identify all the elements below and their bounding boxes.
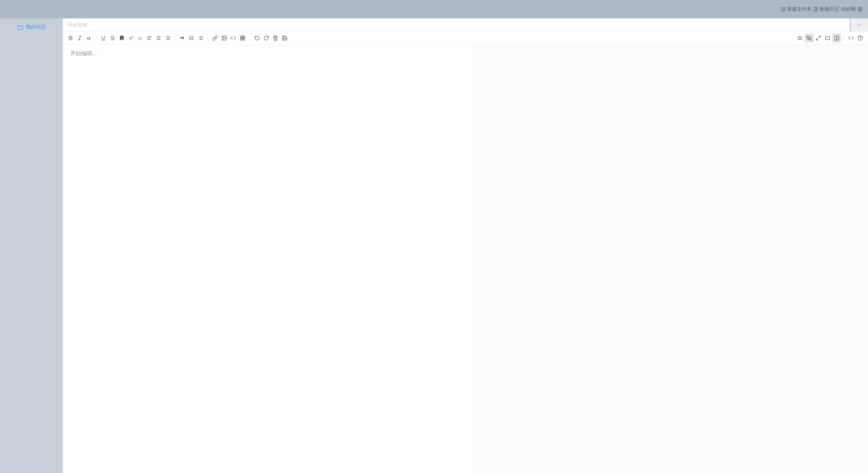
new-folder-button[interactable]: 新建文件夹	[781, 6, 812, 12]
link-icon	[212, 35, 218, 41]
preview-pane	[473, 45, 868, 473]
save-button[interactable]	[280, 33, 289, 43]
content: H x² x₂	[63, 19, 868, 473]
main: 我的日记 H	[0, 19, 868, 473]
quote-icon	[179, 35, 185, 41]
menu-icon	[797, 35, 803, 41]
topbar: 新建文件夹 新建日记 你好啊	[0, 0, 868, 19]
title-row	[63, 19, 868, 31]
link-button[interactable]	[210, 33, 220, 43]
align-center-icon	[156, 35, 161, 41]
superscript-button[interactable]: x²	[126, 33, 135, 43]
trash-button[interactable]	[271, 33, 280, 43]
folder-icon	[18, 25, 23, 30]
fullscreen-button[interactable]	[814, 33, 823, 43]
gear-icon	[858, 7, 863, 12]
image-icon	[221, 35, 227, 41]
greeting-label: 你好啊	[841, 6, 856, 12]
italic-button[interactable]	[75, 33, 84, 43]
toolbar-left: H x² x₂	[66, 33, 289, 43]
redo-icon	[264, 35, 269, 41]
help-button[interactable]	[856, 33, 865, 43]
toolbar-separator	[96, 35, 96, 41]
svg-line-7	[79, 36, 81, 40]
bookmark-button[interactable]	[117, 33, 126, 43]
image-button[interactable]	[220, 33, 229, 43]
toolbar-right	[795, 33, 865, 43]
split-mode-button[interactable]	[832, 33, 841, 43]
menu-button[interactable]	[795, 33, 805, 43]
undo-icon	[254, 35, 260, 41]
file-plus-icon	[813, 7, 818, 12]
svg-text:H: H	[87, 36, 91, 40]
unordered-list-button[interactable]	[196, 33, 205, 43]
align-right-icon	[165, 35, 170, 41]
bold-button[interactable]	[66, 33, 75, 43]
heading-icon: H	[86, 35, 92, 41]
toolbar-separator	[175, 35, 175, 41]
svg-rect-31	[241, 36, 245, 40]
check-icon	[857, 22, 862, 28]
align-left-button[interactable]	[145, 33, 154, 43]
diary-title-input[interactable]	[63, 19, 849, 31]
editor-toolbar: H x² x₂	[63, 31, 868, 45]
toolbar-separator	[844, 35, 844, 41]
svg-rect-44	[825, 36, 830, 40]
strikethrough-icon	[110, 35, 115, 41]
svg-line-43	[816, 39, 818, 40]
subscript-button[interactable]: x₂	[135, 33, 145, 43]
ordered-list-icon	[189, 35, 194, 41]
settings-button[interactable]	[858, 7, 863, 12]
strikethrough-button[interactable]	[108, 33, 117, 43]
subscript-icon: x₂	[138, 36, 142, 40]
toolbar-separator	[208, 35, 208, 41]
fullscreen-icon	[815, 35, 821, 41]
code-button[interactable]	[229, 33, 238, 43]
svg-line-42	[819, 36, 820, 37]
new-diary-button[interactable]: 新建日记	[813, 6, 839, 12]
unordered-list-icon	[198, 35, 203, 41]
svg-point-30	[223, 37, 224, 37]
undo-button[interactable]	[252, 33, 261, 43]
confirm-button[interactable]	[851, 19, 868, 31]
superscript-icon: x²	[129, 36, 133, 40]
sidebar-item-label: 我的日记	[26, 24, 45, 30]
code-icon	[848, 35, 854, 41]
ordered-list-button[interactable]	[187, 33, 196, 43]
sidebar-item-my-diary[interactable]: 我的日记	[0, 24, 63, 30]
bold-icon	[68, 35, 73, 41]
align-right-button[interactable]	[163, 33, 173, 43]
eye-off-icon	[806, 35, 812, 41]
folder-plus-icon	[781, 7, 786, 12]
columns-icon	[834, 35, 839, 41]
toolbar-separator	[250, 35, 250, 41]
table-icon	[240, 35, 245, 41]
save-icon	[282, 35, 287, 41]
preview-toggle-button[interactable]	[805, 33, 814, 43]
align-center-button[interactable]	[154, 33, 163, 43]
align-left-icon	[147, 35, 152, 41]
editor-pane[interactable]	[63, 45, 473, 473]
rectangle-icon	[825, 35, 830, 41]
help-icon	[858, 35, 863, 41]
new-folder-label: 新建文件夹	[787, 6, 812, 12]
svg-point-4	[860, 8, 861, 10]
read-mode-button[interactable]	[823, 33, 832, 43]
redo-button[interactable]	[261, 33, 271, 43]
underline-icon	[101, 35, 106, 41]
sidebar: 我的日记	[0, 19, 63, 473]
trash-icon	[273, 35, 278, 41]
heading-button[interactable]: H	[84, 33, 94, 43]
bookmark-icon	[119, 35, 125, 41]
quote-button[interactable]	[178, 33, 187, 43]
editor-area	[63, 45, 868, 473]
table-button[interactable]	[238, 33, 247, 43]
code-icon	[231, 35, 236, 41]
underline-button[interactable]	[99, 33, 108, 43]
new-diary-label: 新建日记	[819, 6, 839, 12]
italic-icon	[77, 35, 83, 41]
html-button[interactable]	[846, 33, 856, 43]
